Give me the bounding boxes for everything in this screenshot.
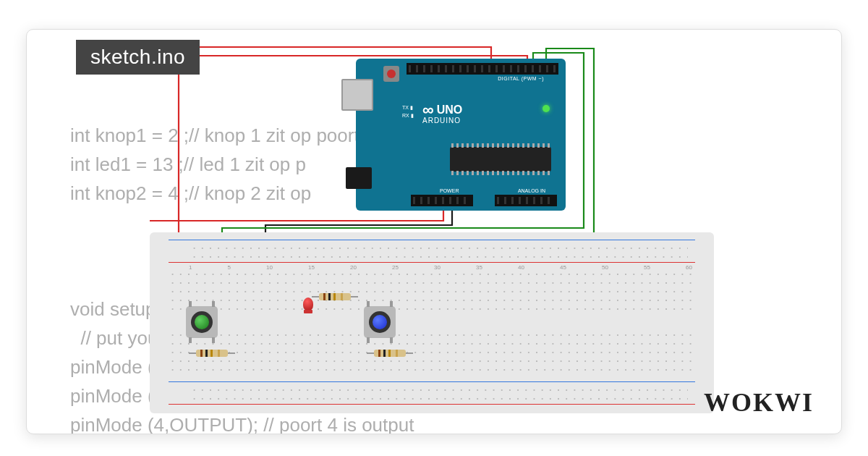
button-cap-icon: [373, 315, 387, 329]
resistor[interactable]: [196, 350, 228, 357]
breadboard[interactable]: 15 1015 2025 3035 4045 5055 60: [150, 232, 714, 413]
editor-card: sketch.ino int knop1 = 2 ;// knop 1 zit …: [26, 29, 842, 434]
power-led-icon: [542, 105, 550, 112]
digital-pin-header[interactable]: [407, 63, 558, 75]
button-cap-icon: [195, 315, 209, 329]
circuit-simulator[interactable]: DIGITAL (PWM ~) TX ▮ RX ▮ ∞ UNO ARDUINO …: [150, 44, 714, 428]
file-tab-label: sketch.ino: [90, 46, 185, 68]
digital-label: DIGITAL (PWM ~): [498, 76, 544, 81]
breadboard-main-area[interactable]: [169, 270, 695, 377]
power-pin-header[interactable]: [411, 195, 473, 206]
breadboard-bottom-rail[interactable]: [169, 381, 695, 405]
resistor[interactable]: [374, 350, 406, 357]
usb-port-icon: [341, 79, 373, 111]
file-tab[interactable]: sketch.ino: [76, 40, 200, 75]
tx-rx-label: TX ▮ RX ▮: [402, 104, 414, 119]
board-brand-label: ARDUINO: [422, 117, 461, 124]
power-jack-icon: [346, 167, 372, 189]
reset-button[interactable]: [383, 66, 399, 82]
pushbutton-green[interactable]: [186, 306, 218, 338]
arduino-uno-board[interactable]: DIGITAL (PWM ~) TX ▮ RX ▮ ∞ UNO ARDUINO …: [356, 59, 566, 211]
led-red[interactable]: [303, 297, 313, 311]
pushbutton-blue[interactable]: [364, 306, 396, 338]
power-section-label: POWER: [440, 188, 459, 193]
wokwi-logo: WOKWI: [704, 387, 814, 418]
analog-pin-header[interactable]: [495, 195, 557, 206]
analog-section-label: ANALOG IN: [518, 188, 545, 193]
breadboard-top-rail[interactable]: [169, 240, 695, 263]
mcu-chip-icon: [450, 147, 551, 172]
resistor[interactable]: [319, 293, 351, 300]
